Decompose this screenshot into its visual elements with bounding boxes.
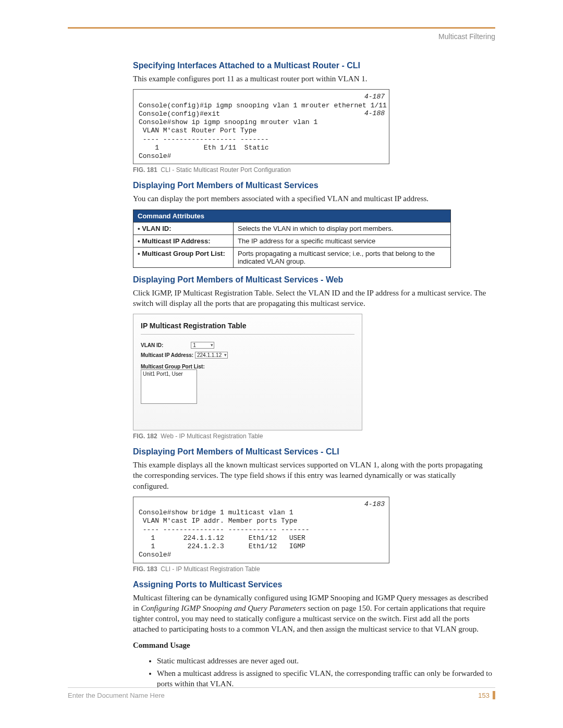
attr-desc: The IP address for a specific multicast …: [234, 235, 451, 247]
figure-caption-183: FIG. 183 CLI - IP Multicast Registration…: [133, 565, 493, 573]
paragraph: Multicast filtering can be dynamically c…: [133, 593, 493, 635]
code-line: ---- ------------------ -------: [139, 135, 269, 143]
footer-rule: [68, 687, 495, 688]
code-line: Console(config)#ip igmp snooping vlan 1 …: [139, 102, 387, 109]
code-line: Console#show ip igmp snooping mrouter vl…: [139, 118, 317, 126]
table-header: Command Attributes: [133, 209, 451, 222]
cli-block-2: Console#show bridge 1 multicast vlan 14-…: [133, 497, 389, 563]
heading-display-members: Displaying Port Members of Multicast Ser…: [133, 181, 493, 190]
webshot-title: IP Multicast Registration Table: [141, 322, 354, 335]
group-port-list-label: Multicast Group Port List:: [141, 364, 354, 369]
paragraph: This example configures port 11 as a mul…: [133, 73, 493, 84]
heading-spec-intf-cli: Specifying Interfaces Attached to a Mult…: [133, 61, 493, 70]
cli-block-1: Console(config)#ip igmp snooping vlan 1 …: [133, 89, 389, 164]
page-footer: Enter the Document Name Here 153: [68, 687, 495, 699]
footer-accent-bar: [493, 691, 495, 699]
code-line: Console#show bridge 1 multicast vlan 1: [139, 509, 293, 516]
web-screenshot: IP Multicast Registration Table VLAN ID:…: [133, 314, 362, 430]
multicast-ip-label: Multicast IP Address:: [141, 352, 193, 358]
command-attributes-table: Command Attributes • VLAN ID: Selects th…: [133, 209, 451, 268]
attr-label: • Multicast IP Address:: [133, 235, 234, 247]
table-row: • VLAN ID: Selects the VLAN in which to …: [133, 222, 451, 235]
paragraph: You can display the port members associa…: [133, 193, 493, 204]
bullet-list: Static multicast addresses are never age…: [148, 656, 493, 689]
group-port-listbox[interactable]: Unit1 Port1, User: [141, 369, 197, 404]
code-line: VLAN M'cast IP addr. Member ports Type: [139, 517, 297, 525]
attr-desc: Ports propagating a multicast service; i…: [234, 247, 451, 267]
webshot-row-vlan: VLAN ID: 1: [141, 342, 354, 349]
command-usage-label: Command Usage: [133, 640, 493, 650]
code-line: 1 224.1.1.12 Eth1/12 USER: [139, 534, 305, 542]
page-number: 153: [478, 692, 489, 699]
code-line: VLAN M'cast Router Port Type: [139, 127, 256, 134]
webshot-row-ip: Multicast IP Address: 224.1.1.12: [141, 352, 354, 359]
figure-caption-182: FIG. 182 Web - IP Multicast Registration…: [133, 433, 493, 440]
table-row: • Multicast IP Address: The IP address f…: [133, 235, 451, 247]
code-line: Console#: [139, 551, 171, 559]
paragraph: Click IGMP, IP Multicast Registration Ta…: [133, 288, 493, 309]
heading-display-members-web: Displaying Port Members of Multicast Ser…: [133, 275, 493, 285]
code-ref: 4-188: [364, 109, 385, 118]
table-row: • Multicast Group Port List: Ports propa…: [133, 247, 451, 267]
code-line: ---- --------------- ------------ ------…: [139, 526, 310, 534]
attr-desc: Selects the VLAN in which to display por…: [234, 222, 451, 235]
list-item: Static multicast addresses are never age…: [157, 656, 493, 666]
header-section-title: Multicast Filtering: [438, 32, 495, 41]
code-ref: 4-187: [364, 93, 385, 101]
code-ref: 4-183: [364, 500, 385, 509]
content-column: Specifying Interfaces Attached to a Mult…: [133, 55, 493, 692]
list-item: When a multicast address is assigned to …: [157, 668, 493, 689]
code-line: 1 224.1.2.3 Eth1/12 IGMP: [139, 542, 305, 550]
attr-label: • Multicast Group Port List:: [133, 247, 234, 267]
paragraph: This example displays all the known mult…: [133, 460, 493, 491]
code-line: 1 Eth 1/11 Static: [139, 144, 269, 152]
vlan-id-label: VLAN ID:: [141, 342, 163, 348]
figure-caption-181: FIG. 181 CLI - Static Multicast Router P…: [133, 166, 493, 174]
vlan-id-select[interactable]: 1: [191, 342, 214, 349]
page: Multicast Filtering Specifying Interface…: [0, 0, 563, 728]
heading-assigning-ports: Assigning Ports to Multicast Services: [133, 580, 493, 589]
top-rule: [68, 27, 495, 29]
heading-display-members-cli: Displaying Port Members of Multicast Ser…: [133, 447, 493, 456]
multicast-ip-select[interactable]: 224.1.1.12: [195, 352, 228, 359]
code-line: Console#: [139, 152, 171, 160]
code-line: Console(config)#exit: [139, 110, 220, 118]
footer-docname: Enter the Document Name Here: [68, 692, 165, 699]
attr-label: • VLAN ID:: [133, 222, 234, 235]
